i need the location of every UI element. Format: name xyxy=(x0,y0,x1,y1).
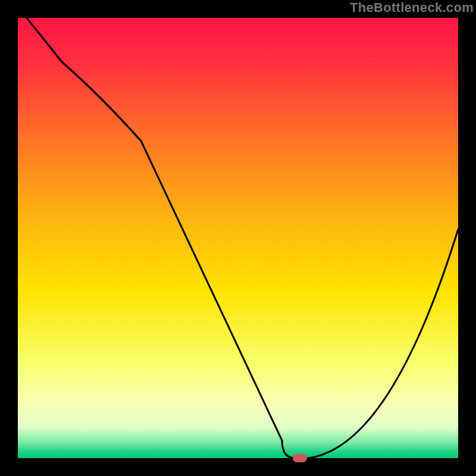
chart-frame: TheBottleneck.com xyxy=(0,0,476,476)
watermark-label: TheBottleneck.com xyxy=(350,0,474,15)
gradient-background xyxy=(18,18,458,458)
bottleneck-chart xyxy=(18,18,458,458)
plot-area xyxy=(18,18,458,458)
optimal-point-marker xyxy=(293,454,307,462)
